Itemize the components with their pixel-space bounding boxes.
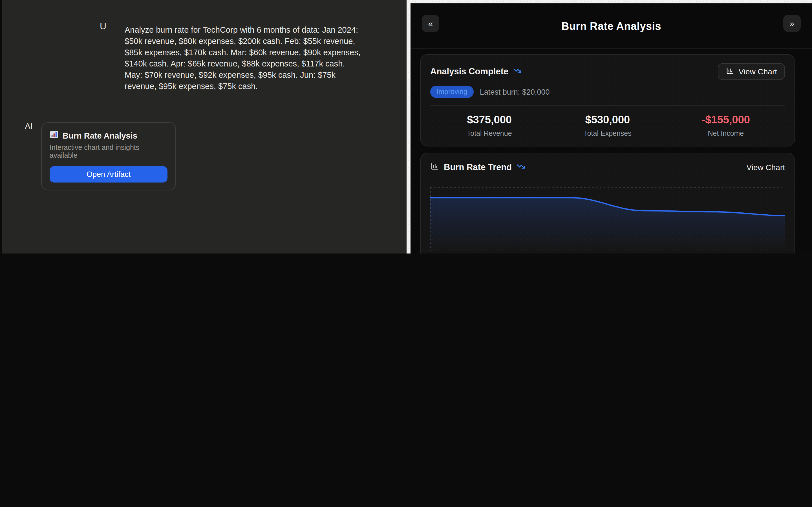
view-chart-link[interactable]: View Chart — [747, 163, 785, 172]
trending-down-icon — [513, 66, 521, 77]
trend-title: Burn Rate Trend — [444, 162, 512, 172]
collapse-panel-button[interactable]: « — [422, 15, 439, 32]
user-avatar: U — [100, 21, 106, 32]
user-message: Analyze burn rate for TechCorp with 6 mo… — [124, 24, 364, 92]
panel-header: « Burn Rate Analysis » — [410, 3, 812, 49]
view-chart-button[interactable]: View Chart — [718, 63, 785, 80]
artifact-title: Burn Rate Analysis — [63, 131, 137, 140]
trending-down-icon — [516, 162, 525, 173]
bar-chart-icon — [430, 162, 439, 173]
panel-top-strip — [410, 0, 812, 3]
expand-panel-button[interactable]: » — [783, 15, 801, 32]
bar-chart-icon — [726, 66, 734, 76]
burn-rate-trend-card: Burn Rate Trend View Chart — [420, 153, 795, 253]
app: U Analyze burn rate for TechCorp with 6 … — [0, 0, 812, 253]
stat-total-expenses: $530,000 Total Expenses — [548, 114, 666, 137]
ai-avatar: AI — [25, 121, 33, 131]
stat-net-income: -$155,000 Net Income — [667, 114, 785, 137]
open-artifact-button[interactable]: Open Artifact — [50, 166, 167, 182]
artifact-panel-card: « Burn Rate Analysis » Analysis Complete — [410, 3, 812, 253]
panel-gap — [407, 0, 410, 253]
summary-title: Analysis Complete — [430, 66, 508, 76]
status-badge: Improving — [430, 86, 474, 98]
panel-content: Analysis Complete — [410, 49, 812, 253]
artifact-panel: « Burn Rate Analysis » Analysis Complete — [410, 0, 812, 253]
artifact-subtitle: Interactive chart and insights available — [50, 144, 167, 159]
left-edge-rail — [0, 0, 2, 253]
chat-panel: U Analyze burn rate for TechCorp with 6 … — [0, 0, 407, 253]
bar-chart-emoji-icon — [50, 130, 59, 141]
divider — [430, 105, 785, 106]
burn-rate-chart — [430, 187, 785, 251]
artifact-preview-card: Burn Rate Analysis Interactive chart and… — [41, 122, 176, 190]
latest-burn-text: Latest burn: $20,000 — [480, 88, 550, 96]
analysis-summary-card: Analysis Complete — [420, 54, 795, 147]
panel-title: Burn Rate Analysis — [410, 3, 812, 33]
stat-total-revenue: $375,000 Total Revenue — [430, 114, 548, 137]
